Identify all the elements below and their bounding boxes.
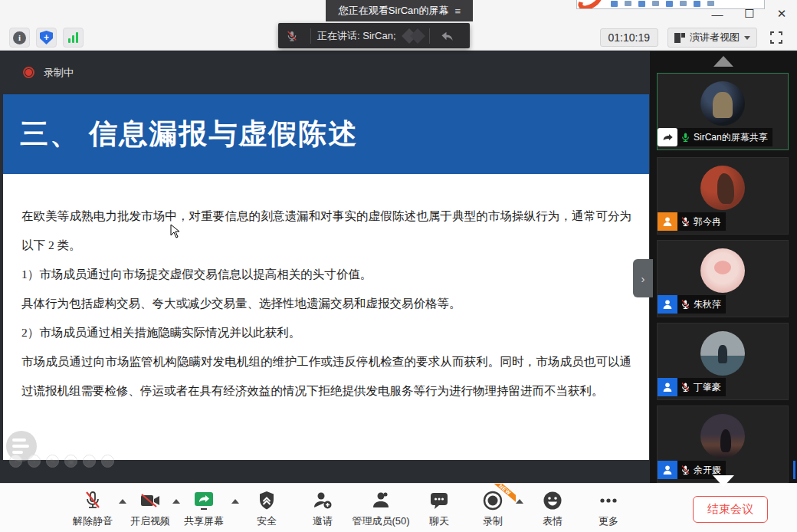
participant-name: 余开媛 <box>694 464 721 477</box>
speaking-text: 正在讲话: SirCan; <box>317 29 396 43</box>
invite-person-icon <box>313 491 333 511</box>
speaking-banner: 正在讲话: SirCan; <box>278 23 470 48</box>
meeting-security-button[interactable]: + <box>36 28 57 48</box>
close-button[interactable]: ✕ <box>771 5 792 23</box>
watching-screen-banner: 您正在观看SirCan的屏幕 ≡ <box>326 0 473 21</box>
fullscreen-button[interactable] <box>766 28 786 48</box>
signal-bars-icon <box>68 32 78 43</box>
unmute-button[interactable]: 解除静音 <box>60 490 126 528</box>
zoom-tool-button[interactable]: ⌕ <box>83 455 96 468</box>
participant-tile[interactable]: SirCan的屏幕共享 <box>657 73 789 150</box>
participant-tile[interactable]: 朱秋萍 <box>657 240 789 317</box>
participants-sidebar: SirCan的屏幕共享 郭今冉 <box>650 51 797 483</box>
mic-muted-icon <box>84 491 102 511</box>
more-button[interactable]: 更多 <box>576 490 641 528</box>
participant-name: 丁肇豪 <box>694 381 721 394</box>
meeting-info-button[interactable]: i <box>9 28 30 48</box>
slide-paragraph: 市场成员通过向市场监管机构隐瞒对发电机组的维护工作或违反停机检查的要求从而获利。… <box>21 347 631 406</box>
participant-tile[interactable]: 丁肇豪 <box>657 323 789 400</box>
chevron-down-icon <box>744 36 750 40</box>
member-status-icon <box>658 461 677 479</box>
mic-muted-icon <box>681 465 690 475</box>
chat-bubble-icon <box>429 491 449 510</box>
mic-muted-icon <box>681 382 690 392</box>
more-dots-icon <box>598 491 619 511</box>
mouse-cursor <box>170 224 181 239</box>
manage-members-button[interactable]: 管理成员(50) <box>348 490 414 528</box>
prev-slide-button[interactable]: ‹ <box>9 455 22 468</box>
participant-tile[interactable]: 余开媛 <box>657 406 789 483</box>
slide-body: 在欧美等成熟电力批发市场中，对重要信息的刻意遗漏和对事实的虚假陈述也属于典型的市… <box>21 202 631 406</box>
more-tools-button[interactable]: ⋯ <box>101 455 114 468</box>
slide-paragraph: 在欧美等成熟电力批发市场中，对重要信息的刻意遗漏和对事实的虚假陈述也属于典型的市… <box>21 202 631 260</box>
recording-indicator: 录制中 <box>0 51 650 94</box>
brand-logo-icon <box>404 31 423 41</box>
record-button[interactable]: NEW 录制 <box>460 490 526 528</box>
scroll-up-arrow[interactable] <box>713 56 733 67</box>
member-status-icon <box>658 212 677 231</box>
camera-off-icon <box>139 492 161 509</box>
meeting-window: — ☐ ✕ i + 01:10:19 演讲者视图 您正在观看SirCan的屏幕 … <box>0 0 797 532</box>
participant-tile[interactable]: 郭今冉 <box>657 157 789 235</box>
avatar <box>700 166 745 210</box>
screen-share-status-icon <box>658 128 677 146</box>
meeting-toolbar: 解除静音 开启视频 共享屏幕 <box>0 483 797 532</box>
presentation-slide: 三、 信息漏报与虚假陈述 在欧美等成熟电力批发市场中，对重要信息的刻意遗漏和对事… <box>3 94 649 460</box>
share-screen-icon <box>192 491 215 511</box>
shield-plus-icon: + <box>40 31 53 44</box>
recording-label: 录制中 <box>44 66 74 80</box>
network-status-button[interactable] <box>63 28 84 48</box>
participant-name: 朱秋萍 <box>694 298 721 311</box>
banner-menu-icon[interactable]: ≡ <box>455 5 461 17</box>
scroll-down-arrow[interactable] <box>713 475 734 487</box>
participant-name: 郭今冉 <box>694 215 721 228</box>
avatar <box>700 414 745 458</box>
layout-icon <box>674 33 685 43</box>
avatar <box>700 81 745 126</box>
security-shield-icon <box>257 491 276 511</box>
avatar <box>700 331 745 376</box>
reply-arrow-icon[interactable] <box>441 30 454 42</box>
slide-paragraph: 具体行为包括虚构交易、夸大或减少交易量、选择性地遗漏交易和虚报交易价格等。 <box>21 289 631 318</box>
info-icon: i <box>13 31 26 44</box>
recording-dot-icon <box>23 67 34 78</box>
fullscreen-icon <box>769 30 784 45</box>
slide-paragraph: 1）市场成员通过向市场提交虚假交易信息以提高相关的头寸价值。 <box>21 260 631 289</box>
toolbar-mini-icons <box>611 1 714 7</box>
shared-screen-region: 录制中 三、 信息漏报与虚假陈述 在欧美等成熟电力批发市场中，对重要信息的刻意遗… <box>0 51 650 483</box>
share-screen-button[interactable]: 共享屏幕 <box>171 490 237 528</box>
mic-muted-icon <box>681 299 690 310</box>
divider <box>429 28 430 44</box>
avatar <box>700 248 745 293</box>
view-mode-dropdown[interactable]: 演讲者视图 <box>667 28 757 48</box>
watching-screen-text: 您正在观看SirCan的屏幕 <box>339 4 449 18</box>
pen-tool-button[interactable]: ✎ <box>46 455 59 468</box>
slide-title: 三、 信息漏报与虚假陈述 <box>3 94 649 174</box>
participant-name: SirCan的屏幕共享 <box>694 131 768 144</box>
members-icon <box>371 491 391 511</box>
mic-muted-icon <box>681 216 690 227</box>
eraser-tool-button[interactable]: ▣ <box>64 455 77 468</box>
invite-button[interactable]: 邀请 <box>290 490 356 528</box>
member-status-icon <box>658 378 677 396</box>
divider <box>310 28 311 44</box>
muted-mic-icon <box>286 30 298 42</box>
maximize-button[interactable]: ☐ <box>739 5 760 23</box>
office-logo-icon <box>576 0 605 9</box>
smiley-icon <box>543 491 562 511</box>
window-controls: — ☐ ✕ <box>707 5 792 23</box>
end-meeting-button[interactable]: 结束会议 <box>693 496 768 523</box>
minimize-button[interactable]: — <box>707 5 728 23</box>
view-mode-label: 演讲者视图 <box>690 31 740 44</box>
scrollbar-indicator <box>793 461 795 479</box>
new-badge: NEW <box>493 484 516 507</box>
slide-paragraph: 2）市场成员通过相关措施隐瞒实际情况并以此获利。 <box>21 318 631 347</box>
member-status-icon <box>658 295 677 314</box>
meeting-timer: 01:10:19 <box>600 28 659 47</box>
next-slide-button[interactable]: › <box>28 455 41 468</box>
mic-on-icon <box>681 132 690 143</box>
sidebar-collapse-button[interactable]: › <box>633 259 653 297</box>
